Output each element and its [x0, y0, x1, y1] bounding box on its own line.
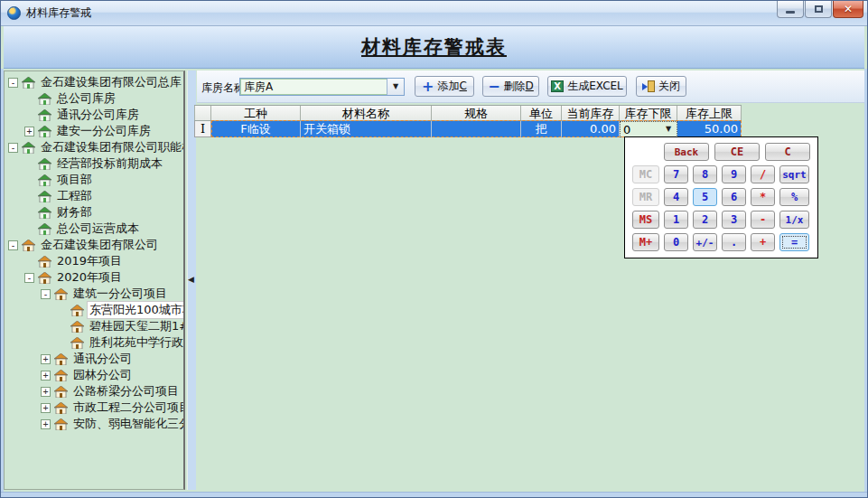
calc-button-2[interactable]: 2 — [693, 211, 717, 229]
tree-item[interactable]: 工程部 — [5, 188, 183, 204]
tree-item[interactable]: -金石建设集团有限公司职能机构 — [5, 139, 183, 155]
cell-unit[interactable]: 把 — [521, 121, 562, 137]
tree-item[interactable]: -建筑一分公司项目 — [5, 286, 183, 302]
cell-upper-limit[interactable]: 50.00 — [677, 121, 742, 137]
tree-item[interactable]: 经营部投标前期成本 — [5, 155, 183, 172]
orange-house-icon — [70, 337, 84, 349]
calc-button-plusminus[interactable]: +/- — [693, 233, 717, 251]
calc-button-minus[interactable]: - — [751, 211, 775, 229]
calc-button-ms[interactable]: MS — [632, 211, 659, 229]
plus-icon: + — [422, 81, 434, 92]
cell-spec[interactable] — [432, 121, 521, 137]
calc-button-9[interactable]: 9 — [722, 165, 746, 183]
tree-expand-toggle[interactable]: - — [8, 240, 18, 250]
calc-button-sqrt[interactable]: sqrt — [779, 165, 809, 183]
tree-item[interactable]: 项目部 — [5, 172, 183, 188]
tree-item[interactable]: +公路桥梁分公司项目 — [5, 383, 183, 399]
tree-item[interactable]: 总公司运营成本 — [5, 221, 183, 237]
calc-button-6[interactable]: 6 — [722, 188, 746, 206]
calc-button-mc[interactable]: MC — [632, 165, 659, 183]
editor-dropdown-button[interactable]: ▼ — [660, 122, 677, 136]
calc-button-3[interactable]: 3 — [722, 211, 746, 229]
calc-button-percent[interactable]: % — [779, 188, 809, 206]
calc-button-5[interactable]: 5 — [693, 188, 717, 206]
cell-work-type[interactable]: F临设 — [211, 121, 301, 137]
lower-limit-editor[interactable]: 0 ▼ — [620, 121, 677, 137]
app-window: 材料库存警戒 ✕ 材料库存警戒表 -金石建设集团有限公司总库总公司库房通讯分公司… — [0, 0, 868, 498]
calc-button-0[interactable]: 0 — [664, 233, 688, 251]
column-header[interactable]: 单位 — [521, 106, 562, 120]
table-row[interactable]: I F临设 开关箱锁 把 0.00 0 ▼ 50.00 — [194, 121, 742, 137]
tree-item[interactable]: +园林分公司 — [5, 367, 183, 383]
column-header[interactable]: 库存上限 — [677, 106, 742, 120]
tree-item[interactable]: -金石建设集团有限公司 — [5, 237, 183, 253]
combo-dropdown-button[interactable]: ▼ — [387, 79, 404, 95]
tree-item[interactable]: -金石建设集团有限公司总库 — [5, 74, 183, 90]
minimize-button[interactable] — [777, 1, 804, 18]
add-button[interactable]: + 添加C — [415, 76, 474, 97]
calc-button-plus[interactable]: + — [751, 233, 775, 251]
maximize-button[interactable] — [805, 1, 832, 18]
tree-item[interactable]: 2019年项目 — [5, 253, 183, 269]
warehouse-select[interactable]: 库房A ▼ — [239, 78, 405, 96]
tree-expand-toggle[interactable]: + — [41, 371, 51, 381]
column-header[interactable]: 材料名称 — [301, 106, 432, 120]
tree-expand-toggle[interactable]: - — [8, 78, 18, 88]
excel-button[interactable]: X 生成EXCEL — [547, 76, 627, 97]
tree-item[interactable]: +市政工程二分公司项目 — [5, 399, 183, 416]
window-controls: ✕ — [776, 1, 863, 18]
calc-button-8[interactable]: 8 — [693, 165, 717, 183]
tree-item[interactable]: 总公司库房 — [5, 90, 183, 107]
tree-item[interactable]: -2020年项目 — [5, 269, 183, 286]
tree-item[interactable]: +建安一分公司库房 — [5, 123, 183, 139]
tree-expand-toggle[interactable]: + — [41, 403, 51, 413]
delete-button[interactable]: − 删除D — [482, 76, 539, 97]
calc-button-back[interactable]: Back — [664, 143, 709, 161]
tree-item-label: 通讯分公司 — [71, 351, 134, 367]
column-header[interactable]: 当前库存 — [562, 106, 620, 120]
tree-expand-toggle[interactable]: + — [41, 354, 51, 364]
toolbar: 库房名称 库房A ▼ + 添加C − 删除D X 生成EXCEL 关闭 — [197, 70, 864, 103]
tree-expand-toggle[interactable]: - — [24, 273, 34, 283]
calc-button-decimal[interactable]: . — [722, 233, 746, 251]
tree-expand-toggle[interactable]: + — [24, 127, 34, 136]
calc-button-mplus[interactable]: M+ — [632, 233, 659, 251]
tree-expand-toggle[interactable]: - — [41, 289, 51, 299]
tree-item-label: 金石建设集团有限公司 — [39, 237, 160, 253]
calc-button-divide[interactable]: / — [751, 165, 775, 183]
calc-button-multiply[interactable]: * — [751, 188, 775, 206]
tree-item[interactable]: 通讯分公司库房 — [5, 107, 183, 123]
page-header: 材料库存警戒表 — [4, 26, 864, 69]
cell-material-name[interactable]: 开关箱锁 — [301, 121, 432, 137]
close-button[interactable]: 关闭 — [636, 76, 686, 97]
calc-button-mr[interactable]: MR — [632, 188, 659, 206]
calc-button-c[interactable]: C — [765, 143, 810, 161]
tree-item[interactable]: 碧桂园天玺二期1# — [5, 318, 183, 334]
calc-button-7[interactable]: 7 — [664, 165, 688, 183]
row-indicator[interactable]: I — [194, 121, 211, 137]
tree-item[interactable]: 胜利花苑中学行政 — [5, 334, 183, 351]
tree-item[interactable]: +通讯分公司 — [5, 351, 183, 367]
tree-expand-toggle[interactable]: + — [41, 419, 51, 429]
tree-expand-toggle[interactable]: + — [41, 387, 51, 397]
close-window-button[interactable]: ✕ — [833, 1, 863, 18]
cell-current-stock[interactable]: 0.00 — [562, 121, 620, 137]
tree-item[interactable]: +安防、弱电智能化三分公司 — [5, 416, 183, 432]
title-bar[interactable]: 材料库存警戒 ✕ — [1, 1, 867, 26]
tree-item-label: 2020年项目 — [55, 269, 124, 286]
column-header[interactable]: 规格 — [432, 106, 521, 120]
calc-button-1[interactable]: 1 — [664, 211, 688, 229]
column-header[interactable]: 工种 — [211, 106, 301, 120]
tree-item[interactable]: 东营阳光100城市花园 — [5, 302, 183, 318]
calc-button-equals[interactable]: = — [779, 233, 809, 251]
window-title: 材料库存警戒 — [26, 5, 91, 21]
column-header[interactable]: 库存下限 — [620, 106, 677, 120]
tree-expand-toggle[interactable]: - — [8, 143, 18, 153]
calc-button-4[interactable]: 4 — [664, 188, 688, 206]
green-house-icon — [38, 126, 51, 137]
calc-button-ce[interactable]: CE — [714, 143, 760, 161]
tree-item[interactable]: 财务部 — [5, 204, 183, 221]
excel-button-label: 生成EXCEL — [567, 79, 623, 94]
maximize-icon — [815, 5, 823, 13]
calc-button-reciprocal[interactable]: 1/x — [779, 211, 809, 229]
